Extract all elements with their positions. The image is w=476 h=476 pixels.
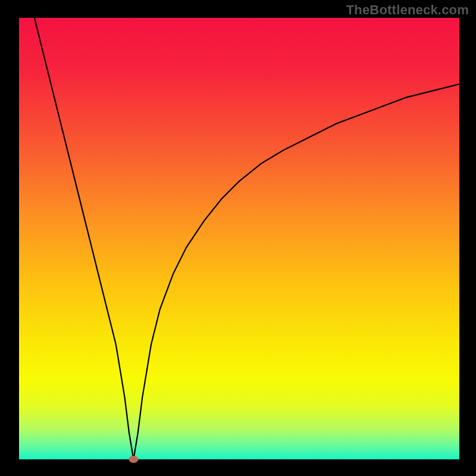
- plot-area: [19, 18, 459, 459]
- watermark-text: TheBottleneck.com: [346, 2, 469, 18]
- minimum-marker: [129, 456, 138, 463]
- chart-container: TheBottleneck.com: [0, 0, 476, 476]
- bottleneck-chart: [0, 0, 476, 476]
